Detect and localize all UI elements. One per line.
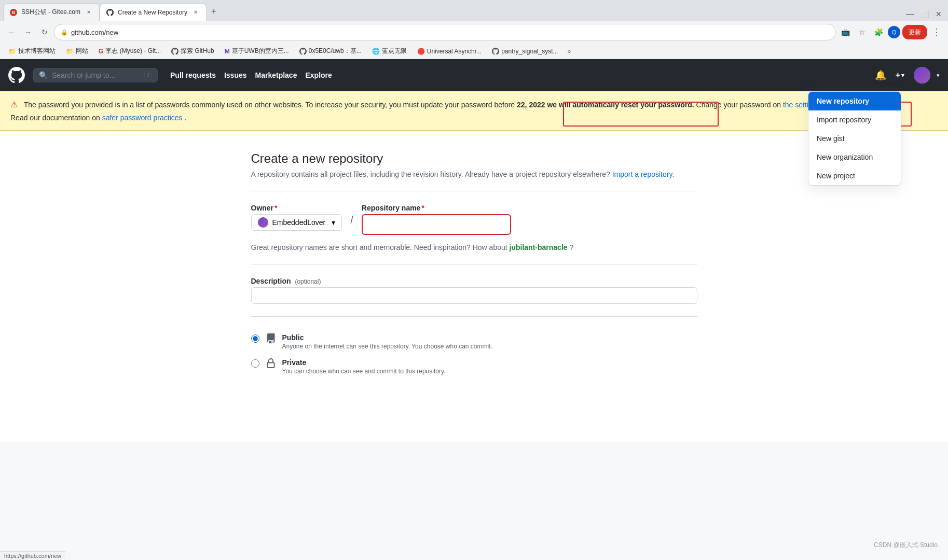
dropdown-import-repository[interactable]: Import repository [808,110,901,129]
update-button[interactable]: 更新 [902,25,927,39]
page-subtitle: A repository contains all project files,… [251,170,697,178]
browser-tab-gitee[interactable]: G SSH公钥 - Gitee.com ✕ [3,3,100,21]
nav-issues[interactable]: Issues [224,69,247,81]
avatar-image [914,67,930,83]
description-optional: (optional) [295,278,321,285]
alert-change-text: Change your password on [696,101,783,109]
description-group: Description (optional) [251,277,697,304]
bookmark-uwb2[interactable]: 0x5E0C/uwb：基... [295,46,366,57]
bookmarks-bar: 📁 技术博客网站 📁 网站 G 李志 (Myuse) - Git... 探索 G… [0,44,948,59]
github-search[interactable]: 🔍 Search or jump to... / [33,68,158,82]
subtitle-text: A repository contains all project files,… [251,170,610,178]
alert-icon: ⚠ [10,100,18,109]
create-menu-button[interactable]: + ▾ [892,68,908,82]
private-radio[interactable] [251,359,259,368]
bookmark-icon-3: G [99,48,103,55]
browser-tabs: G SSH公钥 - Gitee.com ✕ Create a New Repos… [0,0,948,21]
browser-controls: ← → ↻ 🔒 github.com/new 📺 ☆ 🧩 Q 更新 ⋮ [0,21,948,44]
private-option: Private You can choose who can see and c… [251,354,697,379]
suggestion-name[interactable]: jubilant-barnacle [510,243,568,251]
address-bar[interactable]: 🔒 github.com/new [54,24,836,40]
create-dropdown-menu: New repository Import repository New gis… [808,91,901,186]
owner-required-star: * [274,204,277,212]
public-icon [266,333,276,346]
owner-avatar [258,217,268,228]
suggestion-text: Great repository names are short and mem… [251,243,697,251]
notifications-button[interactable]: 🔔 [875,69,886,81]
public-radio[interactable] [251,334,259,343]
alert-text-1: The password you provided is in a list o… [24,101,515,109]
tab-close-gitee[interactable]: ✕ [85,8,93,17]
browser-chrome: G SSH公钥 - Gitee.com ✕ Create a New Repos… [0,0,948,59]
window-minimize[interactable]: — [906,9,914,19]
dropdown-new-repository[interactable]: New repository [808,92,901,110]
header-actions: 🔔 + ▾ ▾ [875,67,940,83]
bookmarks-more[interactable]: » [565,47,574,56]
forward-button[interactable]: → [21,25,35,39]
dropdown-new-organization[interactable]: New organization [808,148,901,166]
description-divider [251,264,697,264]
browser-tab-github[interactable]: Create a New Repository ✕ [100,3,207,21]
owner-repo-row: Owner* EmbeddedLover ▾ / Repository name… [251,204,697,235]
bookmark-jishublog[interactable]: 📁 技术博客网站 [4,46,60,57]
dropdown-new-project[interactable]: New project [808,166,901,185]
tab-title-github: Create a New Repository [118,9,187,16]
repo-name-label: Repository name* [362,204,511,212]
bookmark-gitee[interactable]: G 李志 (Myuse) - Git... [94,46,165,57]
tab-close-github[interactable]: ✕ [191,8,200,17]
nav-marketplace[interactable]: Marketplace [255,69,297,81]
public-content: Public Anyone on the internet can see th… [282,333,492,350]
bookmark-icon-1: 📁 [8,48,16,55]
dropdown-new-gist[interactable]: New gist [808,129,901,148]
bookmark-pantry[interactable]: pantry_signal_syst... [488,47,562,56]
extensions-button[interactable]: 🧩 [871,25,886,39]
search-shortcut: / [144,71,152,79]
caret-icon: ▾ [901,72,904,79]
lock-icon: 🔒 [61,29,68,36]
menu-button[interactable]: ⋮ [929,25,944,39]
bookmark-icon-6 [299,48,307,55]
avatar-caret-icon: ▾ [937,72,940,79]
bookmark-landian[interactable]: 🌐 蓝点无限 [368,46,411,57]
github-header: 🔍 Search or jump to... / Pull requests I… [0,59,948,91]
repo-name-input[interactable] [364,216,509,233]
repo-name-red-box [362,214,511,235]
url-text: github.com/new [71,29,829,36]
gitee-favicon: G [10,9,17,16]
bookmark-website[interactable]: 📁 网站 [62,46,92,57]
profile-button[interactable]: Q [888,26,900,38]
public-option: Public Anyone on the internet can see th… [251,329,697,354]
bookmark-button[interactable]: ☆ [855,25,869,39]
refresh-button[interactable]: ↻ [37,25,52,39]
nav-pull-requests[interactable]: Pull requests [170,69,216,81]
bookmark-universal[interactable]: 🔴 Universal Asynchr... [413,47,486,56]
import-repository-link[interactable]: Import a repository. [612,170,675,178]
owner-select[interactable]: EmbeddedLover ▾ [251,214,342,231]
user-avatar-button[interactable] [914,67,930,83]
alert-doc-link[interactable]: safer password practices [102,114,183,122]
bookmark-github-explore[interactable]: 探索 GitHub [167,46,218,57]
description-input[interactable] [251,287,697,304]
tab-title-gitee: SSH公钥 - Gitee.com [21,8,80,17]
nav-explore[interactable]: Explore [305,69,332,81]
bookmark-uwb[interactable]: M 基于UWB的室内三... [221,46,293,57]
window-maximize[interactable]: ⬜ [920,10,929,18]
alert-banner: ⚠ The password you provided is in a list… [0,91,948,131]
cast-button[interactable]: 📺 [838,25,853,39]
owner-label: Owner* [251,204,342,212]
bookmark-icon-8: 🔴 [417,48,425,55]
search-placeholder: Search or jump to... [52,71,140,79]
bookmark-icon-5: M [225,48,230,55]
repo-name-group: Repository name* [362,204,511,235]
github-logo[interactable] [8,67,25,83]
private-icon [266,358,276,371]
back-button[interactable]: ← [4,25,19,39]
new-tab-button[interactable]: + [207,4,221,19]
bookmark-icon-9 [492,48,499,55]
owner-caret-icon: ▾ [332,218,335,227]
alert-doc: Read our documentation on safer password… [10,114,938,122]
alert-doc-end: . [184,114,186,122]
window-close[interactable]: ✕ [936,10,942,18]
plus-icon: + [896,71,900,80]
private-content: Private You can choose who can see and c… [282,358,446,375]
